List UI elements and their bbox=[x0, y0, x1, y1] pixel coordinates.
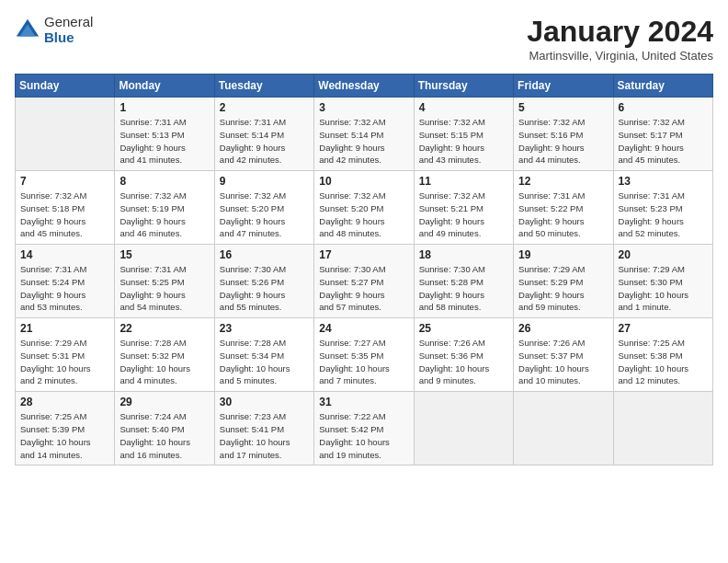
logo: General Blue bbox=[15, 15, 93, 45]
day-number: 26 bbox=[518, 322, 608, 335]
location: Martinsville, Virginia, United States bbox=[527, 49, 713, 63]
day-cell: 3Sunrise: 7:32 AM Sunset: 5:14 PM Daylig… bbox=[314, 98, 414, 171]
day-cell bbox=[16, 98, 115, 171]
day-number: 5 bbox=[518, 101, 608, 114]
day-cell: 12Sunrise: 7:31 AM Sunset: 5:22 PM Dayli… bbox=[514, 171, 613, 245]
logo-icon bbox=[15, 17, 40, 43]
day-cell: 21Sunrise: 7:29 AM Sunset: 5:31 PM Dayli… bbox=[16, 318, 115, 392]
day-cell: 19Sunrise: 7:29 AM Sunset: 5:29 PM Dayli… bbox=[514, 245, 613, 318]
day-cell: 22Sunrise: 7:28 AM Sunset: 5:32 PM Dayli… bbox=[115, 318, 214, 392]
day-info: Sunrise: 7:31 AM Sunset: 5:14 PM Dayligh… bbox=[220, 116, 309, 167]
header-tuesday: Tuesday bbox=[214, 75, 313, 98]
header-monday: Monday bbox=[115, 75, 214, 98]
header-thursday: Thursday bbox=[414, 75, 513, 98]
day-number: 22 bbox=[119, 322, 209, 335]
day-info: Sunrise: 7:32 AM Sunset: 5:14 PM Dayligh… bbox=[319, 116, 408, 167]
day-cell: 30Sunrise: 7:23 AM Sunset: 5:41 PM Dayli… bbox=[214, 392, 313, 465]
day-info: Sunrise: 7:32 AM Sunset: 5:20 PM Dayligh… bbox=[319, 190, 408, 240]
day-cell: 8Sunrise: 7:32 AM Sunset: 5:19 PM Daylig… bbox=[115, 171, 214, 245]
day-info: Sunrise: 7:32 AM Sunset: 5:17 PM Dayligh… bbox=[619, 116, 708, 167]
week-row-1: 1Sunrise: 7:31 AM Sunset: 5:13 PM Daylig… bbox=[16, 98, 713, 171]
day-info: Sunrise: 7:27 AM Sunset: 5:35 PM Dayligh… bbox=[319, 337, 408, 387]
day-number: 20 bbox=[619, 248, 708, 261]
day-cell bbox=[414, 392, 513, 465]
day-cell: 4Sunrise: 7:32 AM Sunset: 5:15 PM Daylig… bbox=[414, 98, 513, 171]
day-info: Sunrise: 7:31 AM Sunset: 5:24 PM Dayligh… bbox=[20, 263, 109, 314]
day-cell: 15Sunrise: 7:31 AM Sunset: 5:25 PM Dayli… bbox=[115, 245, 214, 318]
day-cell: 9Sunrise: 7:32 AM Sunset: 5:20 PM Daylig… bbox=[214, 171, 313, 245]
day-info: Sunrise: 7:31 AM Sunset: 5:22 PM Dayligh… bbox=[518, 190, 608, 240]
day-cell: 27Sunrise: 7:25 AM Sunset: 5:38 PM Dayli… bbox=[613, 318, 712, 392]
day-number: 1 bbox=[119, 101, 209, 114]
day-number: 30 bbox=[220, 396, 309, 408]
day-number: 14 bbox=[20, 248, 109, 261]
day-info: Sunrise: 7:32 AM Sunset: 5:15 PM Dayligh… bbox=[419, 116, 508, 167]
header-sunday: Sunday bbox=[16, 75, 115, 98]
day-info: Sunrise: 7:31 AM Sunset: 5:13 PM Dayligh… bbox=[119, 116, 209, 167]
day-number: 19 bbox=[518, 248, 608, 261]
logo-general: General bbox=[44, 15, 93, 30]
title-block: January 2024 Martinsville, Virginia, Uni… bbox=[527, 15, 713, 63]
day-number: 25 bbox=[419, 322, 508, 335]
day-info: Sunrise: 7:31 AM Sunset: 5:25 PM Dayligh… bbox=[119, 263, 209, 314]
day-number: 9 bbox=[220, 175, 309, 188]
day-cell: 20Sunrise: 7:29 AM Sunset: 5:30 PM Dayli… bbox=[613, 245, 712, 318]
day-cell: 11Sunrise: 7:32 AM Sunset: 5:21 PM Dayli… bbox=[414, 171, 513, 245]
day-info: Sunrise: 7:32 AM Sunset: 5:21 PM Dayligh… bbox=[419, 190, 508, 240]
day-number: 15 bbox=[119, 248, 209, 261]
week-row-5: 28Sunrise: 7:25 AM Sunset: 5:39 PM Dayli… bbox=[16, 392, 713, 465]
day-info: Sunrise: 7:25 AM Sunset: 5:39 PM Dayligh… bbox=[20, 410, 109, 461]
day-number: 27 bbox=[619, 322, 708, 335]
day-number: 24 bbox=[319, 322, 408, 335]
day-info: Sunrise: 7:32 AM Sunset: 5:20 PM Dayligh… bbox=[220, 190, 309, 240]
day-info: Sunrise: 7:29 AM Sunset: 5:30 PM Dayligh… bbox=[619, 263, 708, 314]
day-info: Sunrise: 7:24 AM Sunset: 5:40 PM Dayligh… bbox=[119, 410, 209, 461]
day-number: 10 bbox=[319, 175, 408, 188]
header-wednesday: Wednesday bbox=[314, 75, 414, 98]
day-info: Sunrise: 7:30 AM Sunset: 5:28 PM Dayligh… bbox=[419, 263, 508, 314]
day-info: Sunrise: 7:28 AM Sunset: 5:34 PM Dayligh… bbox=[220, 337, 309, 387]
day-number: 8 bbox=[119, 175, 209, 188]
day-number: 23 bbox=[220, 322, 309, 335]
logo-blue: Blue bbox=[44, 30, 93, 46]
day-number: 2 bbox=[220, 101, 309, 114]
day-number: 6 bbox=[619, 101, 708, 114]
day-cell bbox=[514, 392, 613, 465]
day-number: 16 bbox=[220, 248, 309, 261]
day-number: 11 bbox=[419, 175, 508, 188]
day-cell: 31Sunrise: 7:22 AM Sunset: 5:42 PM Dayli… bbox=[314, 392, 414, 465]
day-number: 31 bbox=[319, 396, 408, 408]
day-cell: 2Sunrise: 7:31 AM Sunset: 5:14 PM Daylig… bbox=[214, 98, 313, 171]
week-row-4: 21Sunrise: 7:29 AM Sunset: 5:31 PM Dayli… bbox=[16, 318, 713, 392]
day-info: Sunrise: 7:28 AM Sunset: 5:32 PM Dayligh… bbox=[119, 337, 209, 387]
day-cell: 16Sunrise: 7:30 AM Sunset: 5:26 PM Dayli… bbox=[214, 245, 313, 318]
day-number: 12 bbox=[518, 175, 608, 188]
day-info: Sunrise: 7:25 AM Sunset: 5:38 PM Dayligh… bbox=[619, 337, 708, 387]
day-cell: 24Sunrise: 7:27 AM Sunset: 5:35 PM Dayli… bbox=[314, 318, 414, 392]
day-info: Sunrise: 7:29 AM Sunset: 5:29 PM Dayligh… bbox=[518, 263, 608, 314]
day-cell: 10Sunrise: 7:32 AM Sunset: 5:20 PM Dayli… bbox=[314, 171, 414, 245]
day-info: Sunrise: 7:32 AM Sunset: 5:19 PM Dayligh… bbox=[119, 190, 209, 240]
header-saturday: Saturday bbox=[613, 75, 712, 98]
day-cell: 6Sunrise: 7:32 AM Sunset: 5:17 PM Daylig… bbox=[613, 98, 712, 171]
day-info: Sunrise: 7:30 AM Sunset: 5:27 PM Dayligh… bbox=[319, 263, 408, 314]
day-number: 3 bbox=[319, 101, 408, 114]
week-row-3: 14Sunrise: 7:31 AM Sunset: 5:24 PM Dayli… bbox=[16, 245, 713, 318]
logo-text: General Blue bbox=[44, 15, 93, 45]
day-info: Sunrise: 7:30 AM Sunset: 5:26 PM Dayligh… bbox=[220, 263, 309, 314]
day-cell: 18Sunrise: 7:30 AM Sunset: 5:28 PM Dayli… bbox=[414, 245, 513, 318]
day-cell: 1Sunrise: 7:31 AM Sunset: 5:13 PM Daylig… bbox=[115, 98, 214, 171]
calendar-table: SundayMondayTuesdayWednesdayThursdayFrid… bbox=[15, 74, 713, 465]
day-cell: 7Sunrise: 7:32 AM Sunset: 5:18 PM Daylig… bbox=[16, 171, 115, 245]
day-cell: 26Sunrise: 7:26 AM Sunset: 5:37 PM Dayli… bbox=[514, 318, 613, 392]
day-number: 7 bbox=[20, 175, 109, 188]
day-cell: 17Sunrise: 7:30 AM Sunset: 5:27 PM Dayli… bbox=[314, 245, 414, 318]
day-info: Sunrise: 7:32 AM Sunset: 5:16 PM Dayligh… bbox=[518, 116, 608, 167]
month-title: January 2024 bbox=[527, 15, 713, 49]
day-number: 28 bbox=[20, 396, 109, 408]
day-number: 17 bbox=[319, 248, 408, 261]
week-row-2: 7Sunrise: 7:32 AM Sunset: 5:18 PM Daylig… bbox=[16, 171, 713, 245]
day-cell: 14Sunrise: 7:31 AM Sunset: 5:24 PM Dayli… bbox=[16, 245, 115, 318]
day-number: 18 bbox=[419, 248, 508, 261]
day-cell: 28Sunrise: 7:25 AM Sunset: 5:39 PM Dayli… bbox=[16, 392, 115, 465]
